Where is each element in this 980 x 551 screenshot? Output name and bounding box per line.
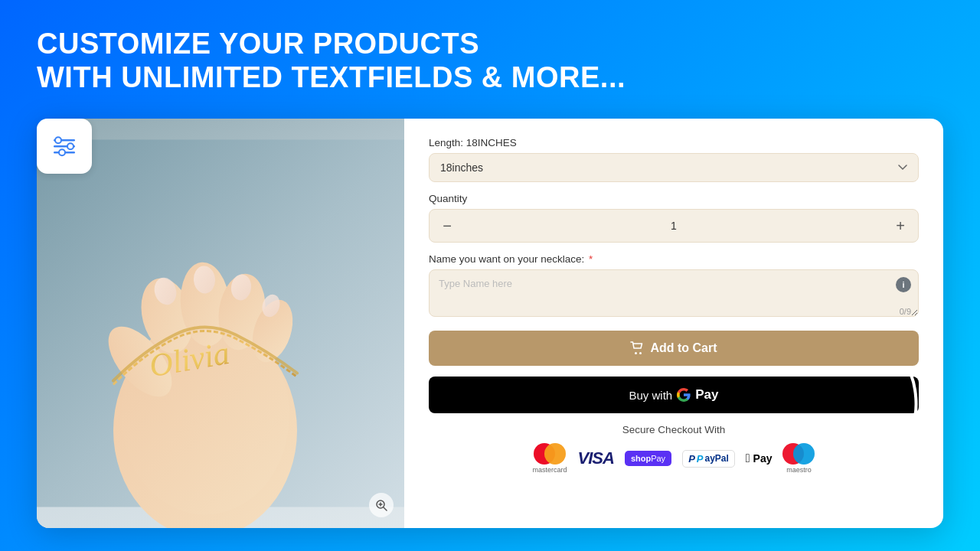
svg-point-3 [55,137,61,143]
product-image-bg: Olivia Olivia [37,119,404,528]
product-image-section: Olivia Olivia [37,119,404,528]
quantity-row: − + [429,209,919,243]
paypal-payment-icon: P P ayPal [682,450,735,468]
shoppay-payment-icon: shopPay [625,451,671,466]
applepay-text:  Pay [746,452,773,465]
quantity-decrease-button[interactable]: − [430,210,465,242]
buy-with-label: Buy with [629,389,673,402]
length-dropdown[interactable]: 18inches 16inches 20inches 22inches [429,153,919,182]
info-icon[interactable]: i [896,277,911,292]
apple-logo:  [746,452,750,465]
length-field-group: Length: 18INCHES 18inches 16inches 20inc… [429,137,919,182]
svg-point-5 [59,149,65,155]
pay-label: Pay [695,387,718,403]
name-field-group: Name you want on your necklace: * i 0/9 [429,253,919,320]
quantity-increase-button[interactable]: + [883,210,918,242]
secure-checkout-section: Secure Checkout With mastercard VISA sho [429,424,919,474]
svg-point-4 [67,143,74,149]
mc-right-circle [544,443,566,465]
maestro-icon [782,443,815,465]
product-details: Length: 18INCHES 18inches 16inches 20inc… [404,119,943,528]
quantity-label: Quantity [429,193,919,204]
buy-with-gpay-button[interactable]: Buy with Pay [429,377,919,413]
visa-text: VISA [578,448,614,468]
maestro-label: maestro [786,466,812,474]
add-to-cart-button[interactable]: Add to Cart [429,331,919,366]
paypal-badge: P P ayPal [682,450,735,468]
google-g-icon [677,388,691,402]
headline-line1: CUSTOMIZE YOUR PRODUCTS [37,28,943,61]
applepay-payment-icon:  Pay [746,452,773,465]
quantity-field-group: Quantity − + [429,193,919,243]
payment-icons-row: mastercard VISA shopPay P P ayPal [533,443,815,474]
svg-point-25 [639,352,642,354]
maestro-payment-icon: maestro [782,443,815,474]
headline: CUSTOMIZE YOUR PRODUCTS WITH UNLIMITED T… [0,0,980,109]
visa-payment-icon: VISA [578,448,614,468]
sliders-icon [50,132,79,161]
length-label: Length: 18INCHES [429,137,919,148]
product-hand-illustration: Olivia Olivia [37,119,404,528]
filter-icon-badge[interactable] [37,119,92,174]
svg-line-21 [384,507,387,510]
name-textarea[interactable] [429,269,919,317]
mastercard-payment-icon: mastercard [533,443,567,474]
mastercard-icon [534,443,566,465]
zoom-icon[interactable] [369,493,394,517]
headline-line2: WITH UNLIMITED TEXTFIELDS & MORE... [37,61,943,95]
quantity-input[interactable] [465,220,883,232]
paypal-text: ayPal [704,453,728,464]
cart-icon [630,341,644,355]
required-marker: * [586,253,593,265]
main-card: Olivia Olivia Length: 18INCHES 18inches … [37,119,943,528]
paypal-p-icon: P [697,453,704,465]
add-to-cart-label: Add to Cart [650,341,717,355]
name-textarea-wrapper: i 0/9 [429,269,919,320]
secure-checkout-label: Secure Checkout With [622,424,725,435]
shoppay-badge: shopPay [625,451,671,466]
maestro-right-circle [793,443,815,465]
paypal-b-icon: P [688,453,695,465]
name-label: Name you want on your necklace: * [429,253,919,265]
mastercard-label: mastercard [533,466,567,474]
svg-point-24 [635,352,637,354]
char-count: 0/9 [900,307,911,316]
